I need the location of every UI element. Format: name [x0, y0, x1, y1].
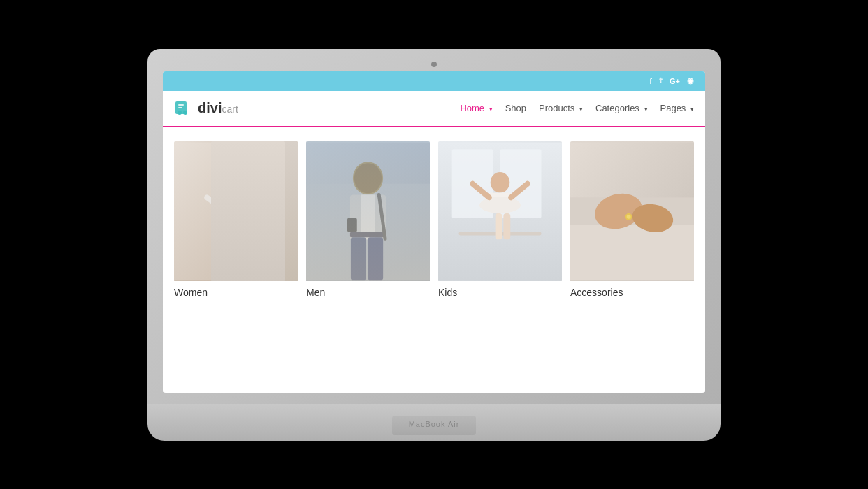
svg-rect-11: [215, 228, 224, 262]
category-image-kids: [438, 141, 562, 281]
home-chevron: ▾: [489, 106, 493, 113]
svg-point-16: [353, 162, 383, 194]
svg-point-1: [178, 111, 182, 115]
svg-rect-19: [361, 194, 375, 239]
logo-divi: divi: [198, 100, 222, 115]
category-image-men: [306, 141, 430, 281]
google-plus-icon[interactable]: G+: [670, 77, 680, 85]
svg-line-23: [379, 194, 385, 239]
logo-cart: cart: [222, 104, 238, 115]
nav-links: Home ▾ Shop Products ▾ Categories ▾: [460, 103, 694, 113]
nav-pages[interactable]: Pages ▾: [660, 103, 695, 113]
svg-rect-14: [306, 142, 430, 280]
laptop-container: f 𝕥 G+ ◉: [147, 49, 721, 441]
svg-point-9: [216, 169, 236, 191]
category-men[interactable]: Men: [306, 141, 430, 298]
logo[interactable]: divicart: [174, 99, 238, 118]
svg-rect-32: [496, 213, 502, 239]
navigation-bar: divicart Home ▾ Shop Products ▾: [163, 91, 705, 127]
category-kids[interactable]: Kids: [438, 141, 562, 298]
category-label-men: Men: [306, 287, 325, 298]
category-women[interactable]: Women: [174, 141, 298, 298]
screen: f 𝕥 G+ ◉: [163, 71, 705, 393]
category-label-kids: Kids: [438, 287, 457, 298]
svg-rect-22: [368, 237, 384, 280]
svg-rect-12: [226, 228, 234, 262]
svg-rect-6: [236, 142, 274, 280]
category-grid: Women: [163, 127, 705, 312]
svg-rect-15: [306, 183, 430, 280]
svg-point-17: [354, 163, 382, 193]
svg-rect-38: [570, 225, 694, 280]
svg-point-42: [627, 214, 631, 218]
svg-rect-8: [256, 142, 262, 280]
svg-rect-24: [347, 218, 357, 232]
laptop-brand-label: MacBook Air: [409, 420, 460, 428]
laptop-base: MacBook Air: [147, 404, 721, 441]
top-social-bar: f 𝕥 G+ ◉: [163, 71, 705, 91]
svg-rect-5: [174, 142, 298, 280]
nav-shop[interactable]: Shop: [505, 103, 526, 113]
category-image-women: [174, 141, 298, 281]
category-label-accessories: Accessories: [570, 287, 623, 298]
rss-icon[interactable]: ◉: [687, 76, 694, 85]
svg-rect-33: [503, 213, 510, 239]
pages-chevron: ▾: [690, 106, 694, 113]
facebook-icon[interactable]: f: [649, 77, 652, 85]
svg-rect-20: [350, 232, 386, 237]
category-label-women: Women: [174, 287, 208, 298]
svg-rect-21: [351, 237, 366, 280]
svg-rect-4: [178, 107, 182, 108]
logo-text: divicart: [198, 100, 238, 116]
nav-home[interactable]: Home ▾: [460, 103, 492, 113]
products-chevron: ▾: [579, 106, 583, 113]
svg-rect-18: [350, 194, 386, 239]
svg-point-31: [479, 197, 521, 213]
svg-rect-7: [239, 142, 245, 280]
twitter-icon[interactable]: 𝕥: [659, 76, 663, 85]
svg-point-29: [491, 171, 510, 192]
svg-point-2: [183, 111, 187, 115]
categories-chevron: ▾: [644, 106, 648, 113]
svg-rect-10: [217, 190, 234, 228]
logo-icon: [174, 99, 194, 118]
svg-rect-3: [178, 104, 184, 106]
category-image-accessories: [570, 141, 694, 281]
webcam: [431, 62, 437, 67]
laptop-body: f 𝕥 G+ ◉: [147, 49, 721, 406]
category-accessories[interactable]: Accessories: [570, 141, 694, 298]
nav-products[interactable]: Products ▾: [539, 103, 583, 113]
nav-categories[interactable]: Categories ▾: [595, 103, 648, 113]
